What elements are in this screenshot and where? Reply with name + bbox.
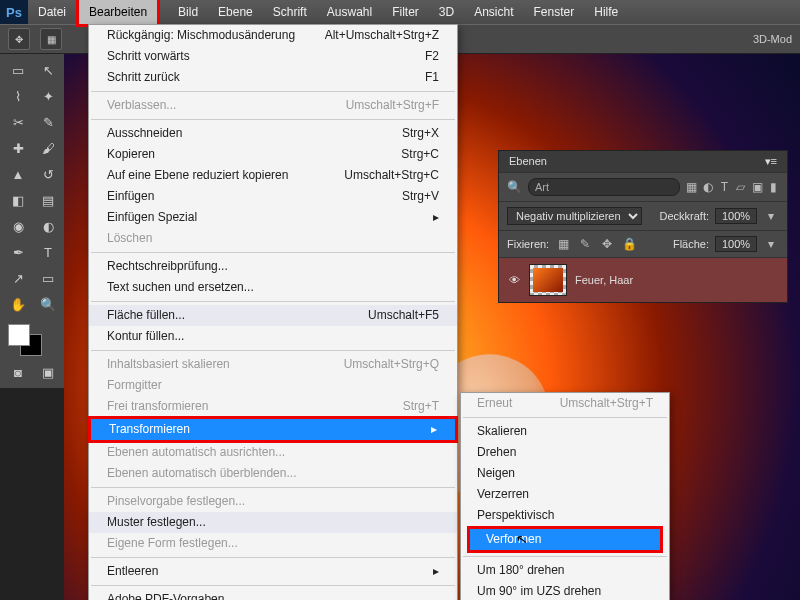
transform-submenu: ErneutUmschalt+Strg+TSkalierenDrehenNeig… — [460, 392, 670, 600]
lasso-tool[interactable]: ⌇ — [4, 84, 32, 108]
app-logo: Ps — [0, 0, 28, 24]
fill-value[interactable]: 100% — [715, 236, 757, 252]
menu-item-schritt-zur-ck[interactable]: Schritt zurückF1 — [89, 67, 457, 88]
menu-bild[interactable]: Bild — [168, 0, 208, 24]
crop-tool[interactable]: ✂ — [4, 110, 32, 134]
path-tool[interactable]: ↗ — [4, 266, 32, 290]
menu-item-einf-gen-spezial[interactable]: Einfügen Spezial ▸ — [89, 207, 457, 228]
menu-item-frei-transformieren: Frei transformierenStrg+T — [89, 396, 457, 417]
menu-item-ebenen-automatisch-berblenden: Ebenen automatisch überblenden... — [89, 463, 457, 484]
filter-type-icon[interactable]: T — [719, 179, 729, 195]
menu-datei[interactable]: Datei — [28, 0, 76, 24]
submenu-item-perspektivisch[interactable]: Perspektivisch — [461, 505, 669, 526]
menu-item-muster-festlegen[interactable]: Muster festlegen... — [89, 512, 457, 533]
history-tool[interactable]: ↺ — [34, 162, 62, 186]
menu-item-einf-gen[interactable]: EinfügenStrg+V — [89, 186, 457, 207]
move-tool[interactable]: ↖ — [34, 58, 62, 82]
menu-filter[interactable]: Filter — [382, 0, 429, 24]
layer-filter-input[interactable] — [528, 178, 680, 196]
menu-ansicht[interactable]: Ansicht — [464, 0, 523, 24]
lock-brush-icon[interactable]: ✎ — [577, 236, 593, 252]
eraser-tool[interactable]: ◧ — [4, 188, 32, 212]
edit-menu-dropdown: Rückgängig: MischmodusänderungAlt+Umscha… — [88, 24, 458, 600]
menu-item-l-schen: Löschen — [89, 228, 457, 249]
filter-image-icon[interactable]: ▦ — [686, 179, 697, 195]
heal-tool[interactable]: ✚ — [4, 136, 32, 160]
panel-title[interactable]: Ebenen — [509, 155, 547, 168]
menubar: Ps DateiBearbeitenBildEbeneSchriftAuswah… — [0, 0, 800, 24]
hand-tool[interactable]: ✋ — [4, 292, 32, 316]
type-tool[interactable]: T — [34, 240, 62, 264]
options-icon[interactable]: ▦ — [40, 28, 62, 50]
lock-pixels-icon[interactable]: ▦ — [555, 236, 571, 252]
stamp-tool[interactable]: ▲ — [4, 162, 32, 186]
eyedropper-tool[interactable]: ✎ — [34, 110, 62, 134]
mask-mode[interactable]: ◙ — [4, 360, 32, 384]
menu-item-auf-eine-ebene-reduziert-kopieren[interactable]: Auf eine Ebene reduziert kopierenUmschal… — [89, 165, 457, 186]
lock-label: Fixieren: — [507, 238, 549, 250]
menu-item-fl-che-f-llen[interactable]: Fläche füllen...Umschalt+F5 — [89, 305, 457, 326]
menu-item-formgitter: Formgitter — [89, 375, 457, 396]
menu-item-rechtschreibpr-fung[interactable]: Rechtschreibprüfung... — [89, 256, 457, 277]
menu-item-transformieren[interactable]: Transformieren ▸ — [91, 419, 455, 440]
blur-tool[interactable]: ◉ — [4, 214, 32, 238]
menu-ebene[interactable]: Ebene — [208, 0, 263, 24]
color-swatches[interactable] — [4, 322, 62, 358]
marquee-tool[interactable]: ▭ — [4, 58, 32, 82]
menu-fenster[interactable]: Fenster — [524, 0, 585, 24]
foreground-color[interactable] — [8, 324, 30, 346]
filter-shape-icon[interactable]: ▱ — [736, 179, 746, 195]
layer-name[interactable]: Feuer, Haar — [575, 274, 633, 286]
filter-smart-icon[interactable]: ▣ — [752, 179, 763, 195]
menu-bearbeiten[interactable]: Bearbeiten — [76, 0, 160, 27]
opacity-label: Deckkraft: — [659, 210, 709, 222]
menu-item-adobe-pdf-vorgaben[interactable]: Adobe PDF-Vorgaben... — [89, 589, 457, 600]
menu-item-text-suchen-und-ersetzen[interactable]: Text suchen und ersetzen... — [89, 277, 457, 298]
chevron-down-icon[interactable]: ▾ — [763, 236, 779, 252]
menu-item-schritt-vorw-rts[interactable]: Schritt vorwärtsF2 — [89, 46, 457, 67]
dodge-tool[interactable]: ◐ — [34, 214, 62, 238]
submenu-item-neigen[interactable]: Neigen — [461, 463, 669, 484]
lock-move-icon[interactable]: ✥ — [599, 236, 615, 252]
gradient-tool[interactable]: ▤ — [34, 188, 62, 212]
panel-menu-icon[interactable]: ▾≡ — [765, 155, 777, 168]
filter-adjust-icon[interactable]: ◐ — [703, 179, 713, 195]
submenu-item-verzerren[interactable]: Verzerren — [461, 484, 669, 505]
fill-label: Fläche: — [673, 238, 709, 250]
menu-hilfe[interactable]: Hilfe — [584, 0, 628, 24]
submenu-item-skalieren[interactable]: Skalieren — [461, 421, 669, 442]
pen-tool[interactable]: ✒ — [4, 240, 32, 264]
layer-row[interactable]: 👁 Feuer, Haar — [499, 257, 787, 302]
layer-thumbnail[interactable] — [529, 264, 567, 296]
menu-schrift[interactable]: Schrift — [263, 0, 317, 24]
menu-item-eigene-form-festlegen: Eigene Form festlegen... — [89, 533, 457, 554]
menu-item-pinselvorgabe-festlegen: Pinselvorgabe festlegen... — [89, 491, 457, 512]
menu-item-entleeren[interactable]: Entleeren ▸ — [89, 561, 457, 582]
tools-panel: ▭ ↖ ⌇ ✦ ✂ ✎ ✚ 🖌 ▲ ↺ ◧ ▤ ◉ ◐ ✒ T ↗ ▭ ✋ 🔍 … — [0, 54, 64, 388]
lock-all-icon[interactable]: 🔒 — [621, 236, 637, 252]
submenu-item-um-90-im-uzs-drehen[interactable]: Um 90° im UZS drehen — [461, 581, 669, 600]
submenu-item-um-180-drehen[interactable]: Um 180° drehen — [461, 560, 669, 581]
move-tool-icon[interactable]: ✥ — [8, 28, 30, 50]
menu-3d[interactable]: 3D — [429, 0, 464, 24]
zoom-tool[interactable]: 🔍 — [34, 292, 62, 316]
wand-tool[interactable]: ✦ — [34, 84, 62, 108]
menu-item-kontur-f-llen[interactable]: Kontur füllen... — [89, 326, 457, 347]
menu-item-ebenen-automatisch-ausrichten: Ebenen automatisch ausrichten... — [89, 442, 457, 463]
submenu-item-drehen[interactable]: Drehen — [461, 442, 669, 463]
brush-tool[interactable]: 🖌 — [34, 136, 62, 160]
menu-item-inhaltsbasiert-skalieren: Inhaltsbasiert skalierenUmschalt+Strg+Q — [89, 354, 457, 375]
screen-mode[interactable]: ▣ — [34, 360, 62, 384]
opacity-value[interactable]: 100% — [715, 208, 757, 224]
menu-item-kopieren[interactable]: KopierenStrg+C — [89, 144, 457, 165]
visibility-icon[interactable]: 👁 — [507, 274, 521, 286]
shape-tool[interactable]: ▭ — [34, 266, 62, 290]
blend-mode-select[interactable]: Negativ multiplizieren — [507, 207, 642, 225]
submenu-item-verformen[interactable]: Verformen — [470, 529, 660, 550]
menu-item-r-ckg-ngig-mischmodus-nderung[interactable]: Rückgängig: MischmodusänderungAlt+Umscha… — [89, 25, 457, 46]
menu-auswahl[interactable]: Auswahl — [317, 0, 382, 24]
chevron-down-icon[interactable]: ▾ — [763, 208, 779, 224]
menu-item-ausschneiden[interactable]: AusschneidenStrg+X — [89, 123, 457, 144]
search-icon: 🔍 — [507, 179, 522, 195]
filter-toggle-icon[interactable]: ▮ — [769, 179, 779, 195]
